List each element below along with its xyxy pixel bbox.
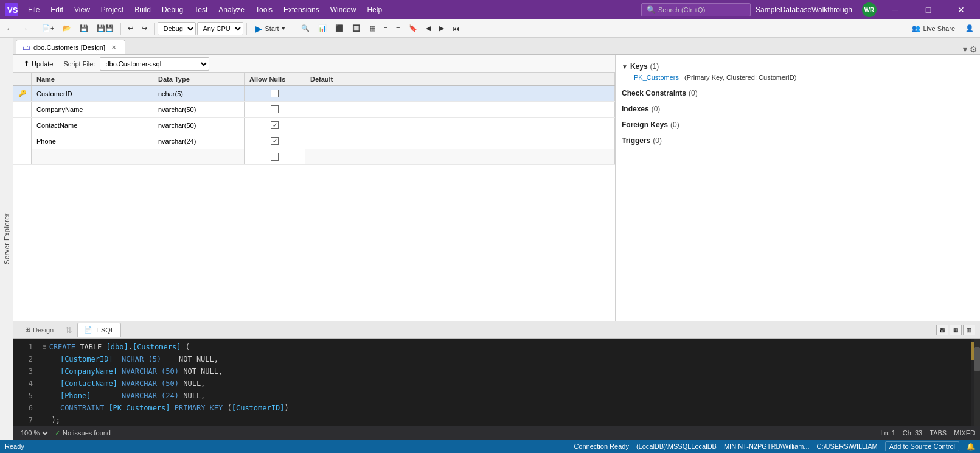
cell-nulls-5[interactable] [245, 149, 305, 164]
menu-window[interactable]: Window [325, 3, 361, 16]
source-control-button[interactable]: Add to Source Control [885, 441, 959, 451]
tab-bar-settings-icon[interactable]: ⚙ [970, 44, 978, 54]
menu-project[interactable]: Project [96, 3, 128, 16]
toolbar-btn-12[interactable]: ◀ [422, 22, 434, 35]
line-num-6: 6 [18, 402, 33, 414]
cell-default-1[interactable] [305, 86, 378, 101]
design-tab[interactable]: 🗃 dbo.Customers [Design] × [16, 40, 125, 54]
layout-btn-2[interactable]: ▦ [950, 325, 962, 335]
cpu-config-dropdown[interactable]: Any CPU [197, 22, 243, 35]
toolbar-btn-13[interactable]: ▶ [436, 22, 448, 35]
tab-design[interactable]: ⊞ Design [18, 323, 60, 337]
menu-extensions[interactable]: Extensions [279, 3, 324, 16]
cell-type-3[interactable]: nvarchar(50) [153, 118, 245, 133]
nav-back-button[interactable]: ← [2, 23, 16, 35]
keys-header[interactable]: ▼ Keys (1) [622, 61, 974, 72]
cell-nulls-4[interactable]: ✓ [245, 133, 305, 149]
cell-type-4[interactable]: nvarchar(24) [153, 133, 245, 149]
server-explorer-panel[interactable]: Server Explorer [0, 38, 13, 440]
cell-type-5[interactable] [153, 149, 245, 164]
check-constraints-header[interactable]: Check Constraints (0) [622, 88, 974, 99]
toolbar-btn-8[interactable]: ▦ [366, 22, 379, 35]
update-button[interactable]: ⬆ Update [18, 57, 58, 70]
indexes-header[interactable]: Indexes (0) [622, 104, 974, 114]
nulls-checkbox-3[interactable]: ✓ [271, 121, 279, 129]
scroll-thumb[interactable] [974, 347, 980, 371]
search-toolbar-button[interactable]: 🔍 [297, 22, 313, 35]
table-row[interactable]: ContactName nvarchar(50) ✓ [13, 118, 615, 133]
live-share-button[interactable]: 👥 Live Share [906, 22, 961, 35]
report-button[interactable]: 📊 [315, 22, 330, 35]
cell-name-1[interactable]: CustomerID [32, 86, 153, 101]
pk-item[interactable]: PK_Customers (Primary Key, Clustered: Cu… [622, 72, 974, 83]
open-file-button[interactable]: 📂 [59, 22, 75, 35]
table-row[interactable]: Phone nvarchar(24) ✓ [13, 133, 615, 149]
nulls-checkbox-2[interactable] [271, 105, 279, 113]
cell-nulls-2[interactable] [245, 102, 305, 117]
minimize-button[interactable]: ─ [881, 0, 909, 19]
save-button[interactable]: 💾 [76, 22, 92, 35]
start-button[interactable]: ▶ Start ▾ [250, 21, 290, 36]
menu-view[interactable]: View [69, 3, 95, 16]
notification-icon[interactable]: 🔔 [967, 443, 975, 451]
code-status-bar: 100 % ✓ No issues found Ln: 1 Ch: 33 TAB… [13, 426, 980, 440]
cell-type-1[interactable]: nchar(5) [153, 86, 245, 101]
code-scrollbar[interactable] [974, 339, 980, 426]
cell-name-2[interactable]: CompanyName [32, 102, 153, 117]
new-item-button[interactable]: 📄+ [38, 22, 58, 35]
foreign-keys-header[interactable]: Foreign Keys (0) [622, 119, 974, 130]
nulls-checkbox-4[interactable]: ✓ [271, 137, 279, 145]
close-button[interactable]: ✕ [947, 0, 975, 19]
table-row[interactable]: 🔑 CustomerID nchar(5) [13, 86, 615, 102]
cell-default-4[interactable] [305, 133, 378, 149]
script-file-dropdown[interactable]: dbo.Customers.sql [100, 57, 209, 71]
menu-file[interactable]: File [23, 3, 44, 16]
cell-nulls-1[interactable] [245, 86, 305, 101]
tab-close-button[interactable]: × [109, 43, 119, 52]
search-box[interactable]: 🔍 Search (Ctrl+Q) [641, 3, 751, 16]
maximize-button[interactable]: □ [914, 0, 942, 19]
cell-default-5[interactable] [305, 149, 378, 164]
toolbar-btn-6[interactable]: ⬛ [332, 22, 347, 35]
notifications-button[interactable]: 👤 [962, 22, 978, 35]
menu-tools[interactable]: Tools [251, 3, 277, 16]
tab-tsql[interactable]: 📄 T-SQL [77, 323, 121, 337]
toolbar-btn-10[interactable]: ≡ [392, 23, 403, 35]
cell-type-2[interactable]: nvarchar(50) [153, 102, 245, 117]
save-all-button[interactable]: 💾💾 [93, 22, 117, 35]
toolbar-btn-7[interactable]: 🔲 [349, 22, 364, 35]
menu-build[interactable]: Build [130, 3, 156, 16]
cell-name-3[interactable]: ContactName [32, 118, 153, 133]
toolbar-btn-14[interactable]: ⏮ [449, 23, 463, 35]
nulls-checkbox-5[interactable] [271, 153, 279, 161]
layout-btn-1[interactable]: ▩ [936, 325, 948, 335]
cell-extra-2 [378, 102, 615, 117]
svg-text:VS: VS [7, 5, 18, 15]
menu-debug[interactable]: Debug [157, 3, 188, 16]
nulls-checkbox-1[interactable] [271, 90, 279, 97]
code-editor[interactable]: 1 2 3 4 5 6 7 ⊟ CREATE TABLE [dbo] . [13, 339, 980, 426]
nav-forward-button[interactable]: → [18, 23, 32, 35]
triggers-header[interactable]: Triggers (0) [622, 135, 974, 146]
debug-config-dropdown[interactable]: Debug [158, 22, 196, 35]
table-row[interactable] [13, 149, 615, 165]
triggers-count: (0) [653, 136, 662, 145]
cell-default-3[interactable] [305, 118, 378, 133]
cell-nulls-3[interactable]: ✓ [245, 118, 305, 133]
bookmark-button[interactable]: 🔖 [405, 22, 421, 35]
tab-bar-dropdown-icon[interactable]: ▾ [963, 44, 967, 54]
cell-name-5[interactable] [32, 149, 153, 164]
table-row[interactable]: CompanyName nvarchar(50) [13, 102, 615, 118]
toolbar-btn-9[interactable]: ≡ [380, 23, 391, 35]
menu-test[interactable]: Test [189, 3, 212, 16]
cell-name-4[interactable]: Phone [32, 133, 153, 149]
cell-default-2[interactable] [305, 102, 378, 117]
undo-button[interactable]: ↩ [124, 22, 137, 35]
menu-analyze[interactable]: Analyze [214, 3, 249, 16]
layout-btn-3[interactable]: ▥ [963, 325, 975, 335]
redo-button[interactable]: ↪ [138, 22, 151, 35]
menu-help[interactable]: Help [362, 3, 387, 16]
menu-edit[interactable]: Edit [46, 3, 68, 16]
code-line-2: [CustomerID] NCHAR (5) NOT NULL, [43, 353, 975, 365]
zoom-dropdown[interactable]: 100 % [18, 429, 50, 437]
